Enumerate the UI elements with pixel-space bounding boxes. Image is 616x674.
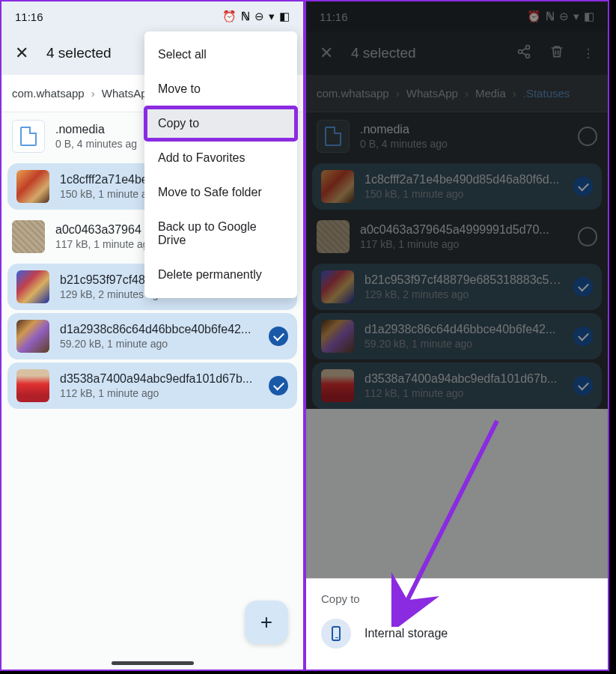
- internal-storage-option[interactable]: Internal storage: [321, 619, 593, 649]
- file-icon: [317, 120, 350, 153]
- file-thumbnail: [16, 320, 49, 353]
- nfc-icon: ℕ: [241, 10, 250, 23]
- file-name: .nomedia: [360, 123, 567, 136]
- alarm-icon: ⏰: [222, 10, 237, 23]
- file-row[interactable]: b21c953f97cf48879e685318883c5c...129 kB,…: [312, 264, 602, 310]
- file-row[interactable]: .nomedia0 B, 4 minutes ago: [306, 112, 608, 160]
- wifi-icon: ▾: [573, 10, 579, 23]
- file-name: d1a2938c86c64d46bbce40b6fe42...: [365, 323, 563, 336]
- phone-left: 11:16 ⏰ ℕ ⊖ ▾ ◧ ✕ 4 selected com.whatsap…: [0, 0, 305, 671]
- checkbox-unchecked-icon[interactable]: [578, 227, 597, 246]
- file-name: d1a2938c86c64d46bbce40b6fe42...: [60, 323, 258, 336]
- checkbox-unchecked-icon[interactable]: [578, 127, 597, 146]
- menu-backup-drive[interactable]: Back up to Google Drive: [144, 210, 297, 258]
- menu-select-all[interactable]: Select all: [144, 37, 297, 72]
- close-icon[interactable]: ✕: [320, 43, 333, 63]
- bc-seg[interactable]: Media: [475, 87, 506, 100]
- svg-point-2: [526, 54, 530, 58]
- bc-seg[interactable]: com.whatsapp: [317, 87, 389, 100]
- chevron-right-icon: ›: [396, 87, 400, 100]
- phone-right: 11:16 ⏰ ℕ ⊖ ▾ ◧ ✕ 4 selected ⋮ com.whats…: [305, 0, 609, 671]
- overflow-menu: Select all Move to Copy to Add to Favori…: [144, 31, 297, 298]
- wifi-icon: ▾: [269, 10, 275, 23]
- file-thumbnail: [321, 320, 354, 353]
- clock: 11:16: [320, 10, 348, 23]
- phone-storage-icon: [321, 619, 351, 649]
- chevron-right-icon: ›: [91, 87, 95, 100]
- status-icons: ⏰ ℕ ⊖ ▾ ◧: [527, 10, 594, 23]
- file-meta: 59.20 kB, 1 minute ago: [60, 338, 258, 350]
- checkbox-checked-icon[interactable]: [573, 376, 593, 395]
- plus-icon: +: [260, 610, 272, 634]
- file-meta: 112 kB, 1 minute ago: [365, 387, 563, 399]
- svg-point-0: [526, 46, 530, 49]
- dnd-icon: ⊖: [559, 10, 569, 23]
- checkbox-checked-icon[interactable]: [269, 327, 288, 346]
- more-icon[interactable]: ⋮: [582, 46, 594, 61]
- file-meta: 112 kB, 1 minute ago: [60, 387, 258, 399]
- file-name: b21c953f97cf48879e685318883c5c...: [365, 273, 563, 287]
- file-name: d3538a7400a94abc9edfa101d67b...: [365, 372, 563, 386]
- sheet-option-label: Internal storage: [365, 627, 448, 640]
- chevron-right-icon: ›: [513, 87, 516, 100]
- file-thumbnail: [321, 270, 354, 303]
- chevron-right-icon: ›: [465, 87, 469, 100]
- nav-handle[interactable]: [112, 661, 194, 665]
- menu-move-to[interactable]: Move to: [144, 72, 297, 106]
- svg-point-1: [519, 50, 522, 54]
- file-meta: 59.20 kB, 1 minute ago: [365, 338, 563, 350]
- file-thumbnail: [321, 170, 354, 203]
- file-thumbnail: [16, 270, 49, 303]
- file-row[interactable]: d1a2938c86c64d46bbce40b6fe42...59.20 kB,…: [7, 313, 297, 359]
- fab-add-button[interactable]: +: [245, 601, 288, 644]
- file-thumbnail: [12, 220, 45, 253]
- bc-seg[interactable]: WhatsAp: [102, 87, 147, 100]
- file-thumbnail: [317, 220, 350, 253]
- status-icons: ⏰ ℕ ⊖ ▾ ◧: [222, 10, 290, 23]
- trash-icon[interactable]: [549, 43, 564, 63]
- bc-seg[interactable]: com.whatsapp: [12, 87, 85, 100]
- checkbox-checked-icon[interactable]: [573, 327, 593, 346]
- file-icon: [12, 120, 45, 153]
- bc-seg[interactable]: WhatsApp: [406, 87, 458, 100]
- breadcrumb[interactable]: com.whatsapp › WhatsApp › Media › .Statu…: [306, 75, 608, 112]
- menu-add-favorites[interactable]: Add to Favorites: [144, 141, 297, 175]
- menu-delete-perm[interactable]: Delete permanently: [144, 258, 297, 292]
- svg-line-4: [522, 52, 526, 55]
- close-icon[interactable]: ✕: [15, 43, 28, 63]
- checkbox-checked-icon[interactable]: [573, 177, 593, 196]
- file-thumbnail: [16, 170, 49, 203]
- file-name: 1c8cfff2a71e4be490d85d46a80f6d...: [365, 173, 563, 186]
- file-list: .nomedia0 B, 4 minutes ago 1c8cfff2a71e4…: [306, 112, 608, 409]
- copy-to-sheet: Copy to Internal storage: [306, 578, 608, 670]
- file-meta: 117 kB, 1 minute ago: [360, 238, 567, 250]
- checkbox-checked-icon[interactable]: [573, 277, 593, 297]
- dnd-icon: ⊖: [254, 10, 264, 23]
- menu-safe-folder[interactable]: Move to Safe folder: [144, 175, 297, 210]
- sheet-title: Copy to: [321, 592, 593, 605]
- file-row[interactable]: d1a2938c86c64d46bbce40b6fe42...59.20 kB,…: [312, 313, 602, 359]
- selection-toolbar: ✕ 4 selected ⋮: [306, 31, 608, 75]
- file-row[interactable]: d3538a7400a94abc9edfa101d67b...112 kB, 1…: [7, 362, 297, 409]
- file-meta: 150 kB, 1 minute ago: [365, 188, 563, 200]
- share-icon[interactable]: [516, 44, 531, 62]
- file-row[interactable]: d3538a7400a94abc9edfa101d67b...112 kB, 1…: [312, 362, 602, 409]
- battery-icon: ◧: [584, 10, 594, 23]
- nfc-icon: ℕ: [546, 10, 555, 23]
- file-name: a0c0463a379645a4999991d5d70...: [360, 223, 567, 237]
- menu-copy-to[interactable]: Copy to: [144, 106, 297, 141]
- alarm-icon: ⏰: [527, 10, 541, 23]
- file-thumbnail: [16, 369, 49, 402]
- clock: 11:16: [15, 10, 43, 23]
- file-thumbnail: [321, 369, 354, 402]
- file-name: d3538a7400a94abc9edfa101d67b...: [60, 372, 258, 386]
- battery-icon: ◧: [279, 10, 290, 23]
- checkbox-checked-icon[interactable]: [269, 376, 288, 395]
- status-bar: 11:16 ⏰ ℕ ⊖ ▾ ◧: [306, 1, 608, 31]
- selection-count: 4 selected: [351, 45, 416, 61]
- file-row[interactable]: 1c8cfff2a71e4be490d85d46a80f6d...150 kB,…: [312, 163, 602, 210]
- selection-count: 4 selected: [46, 45, 112, 61]
- status-bar: 11:16 ⏰ ℕ ⊖ ▾ ◧: [1, 1, 303, 31]
- file-row[interactable]: a0c0463a379645a4999991d5d70...117 kB, 1 …: [306, 213, 608, 261]
- file-meta: 0 B, 4 minutes ago: [360, 138, 567, 150]
